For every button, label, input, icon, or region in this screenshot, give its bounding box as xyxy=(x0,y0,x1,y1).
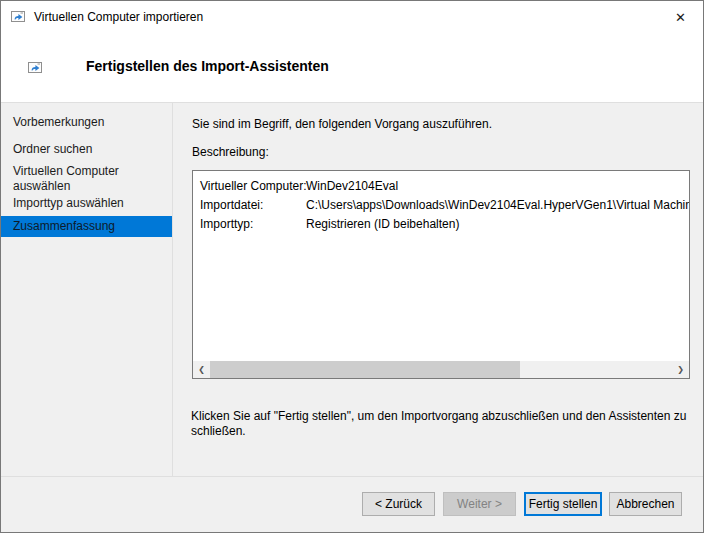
titlebar[interactable]: Virtuellen Computer importieren ✕ xyxy=(1,1,703,33)
cancel-button[interactable]: Abbrechen xyxy=(609,492,682,516)
scroll-right-icon[interactable]: ❯ xyxy=(672,361,689,378)
sidebar-item-vorbemerkungen[interactable]: Vorbemerkungen xyxy=(1,113,172,132)
scroll-left-icon[interactable]: ❮ xyxy=(193,361,210,378)
summary-row-label: Virtueller Computer: xyxy=(200,177,306,196)
scrollbar-track[interactable] xyxy=(210,361,672,378)
button-bar: < Zurück Weiter > Fertig stellen Abbrech… xyxy=(1,476,703,532)
back-button[interactable]: < Zurück xyxy=(362,492,435,516)
dialog-top-area: Virtuellen Computer importieren ✕ Fertig… xyxy=(1,1,703,103)
finish-hint-text: Klicken Sie auf "Fertig stellen", um den… xyxy=(191,409,699,439)
sidebar-item-importtyp-auswaehlen[interactable]: Importtyp auswählen xyxy=(1,194,172,213)
scrollbar-thumb[interactable] xyxy=(210,361,520,378)
horizontal-scrollbar[interactable]: ❮ ❯ xyxy=(193,361,689,378)
page-title: Fertigstellen des Import-Assistenten xyxy=(86,58,329,74)
intro-text: Sie sind im Begriff, den folgenden Vorga… xyxy=(192,117,492,131)
summary-row-import-type: Importtyp: Registrieren (ID beibehalten) xyxy=(200,215,689,234)
description-label: Beschreibung: xyxy=(192,145,269,159)
wizard-steps-sidebar: Vorbemerkungen Ordner suchen Virtuellen … xyxy=(1,103,173,477)
import-wizard-dialog: Virtuellen Computer importieren ✕ Fertig… xyxy=(0,0,704,533)
summary-row-virtual-computer: Virtueller Computer: WinDev2104Eval xyxy=(200,177,689,196)
summary-box-content: Virtueller Computer: WinDev2104Eval Impo… xyxy=(193,171,689,361)
summary-row-label: Importtyp: xyxy=(200,215,306,234)
summary-box: Virtueller Computer: WinDev2104Eval Impo… xyxy=(192,170,690,379)
summary-row-value: WinDev2104Eval xyxy=(306,177,398,196)
wizard-content-pane: Sie sind im Begriff, den folgenden Vorga… xyxy=(174,103,703,477)
import-wizard-icon xyxy=(27,60,43,76)
summary-row-label: Importdatei: xyxy=(200,196,306,215)
sidebar-item-virtuellen-computer-auswaehlen[interactable]: Virtuellen Computer auswählen xyxy=(1,162,172,196)
close-icon: ✕ xyxy=(675,10,686,25)
summary-row-value: Registrieren (ID beibehalten) xyxy=(306,215,459,234)
finish-button[interactable]: Fertig stellen xyxy=(524,492,602,516)
close-button[interactable]: ✕ xyxy=(658,1,703,33)
summary-row-value: C:\Users\apps\Downloads\WinDev2104Eval.H… xyxy=(306,196,689,215)
sidebar-item-ordner-suchen[interactable]: Ordner suchen xyxy=(1,140,172,159)
next-button: Weiter > xyxy=(443,492,516,516)
sidebar-item-zusammenfassung[interactable]: Zusammenfassung xyxy=(1,216,172,237)
import-wizard-icon xyxy=(10,9,26,25)
summary-row-import-file: Importdatei: C:\Users\apps\Downloads\Win… xyxy=(200,196,689,215)
window-title: Virtuellen Computer importieren xyxy=(34,10,203,24)
